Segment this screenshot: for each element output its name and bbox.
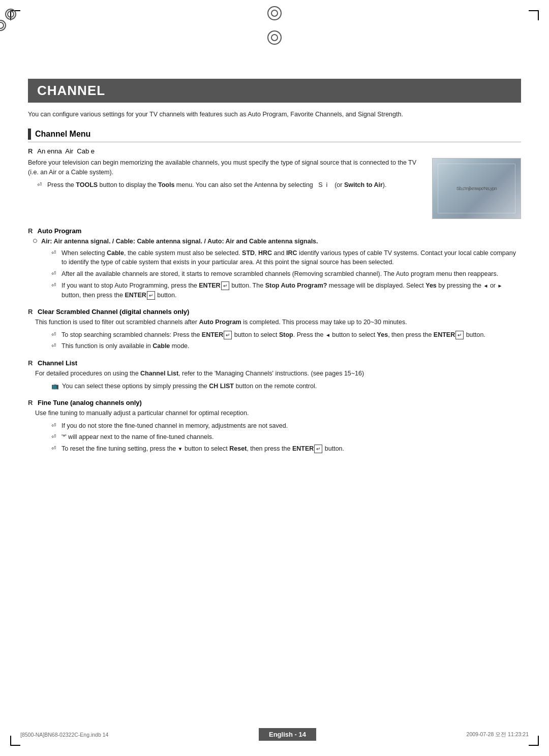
clear-scrambled-note-2: ⏎ This function is only available in Cab… bbox=[42, 341, 521, 351]
antenna-r-prefix: R bbox=[28, 147, 33, 155]
intro-text: You can configure various settings for y… bbox=[28, 110, 521, 119]
auto-program-note-3-text: If you want to stop Auto Programming, pr… bbox=[62, 281, 521, 300]
subsection-clear-scrambled: R Clear Scrambled Channel (digital chann… bbox=[28, 308, 521, 351]
page: Channel You can configure various settin… bbox=[0, 0, 549, 756]
note-icon-ft1: ⏎ bbox=[51, 422, 58, 429]
auto-program-note-2: ⏎ After all the available channels are s… bbox=[42, 269, 521, 279]
channel-list-title: Channel List bbox=[36, 359, 77, 367]
antenna-image-col: Sb,c'rnjlxmwpo'Ns,ypn bbox=[432, 158, 521, 219]
antenna-header: R An enna Air Cab e bbox=[28, 147, 521, 155]
footer-right: 2009-07-28 오전 11:23:21 bbox=[467, 731, 529, 738]
auto-program-bullet: Air: Air antenna signal. / Cable: Cable … bbox=[28, 237, 521, 246]
subsection-fine-tune: R Fine Tune (analog channels only) Use f… bbox=[28, 399, 521, 454]
fine-tune-note-2: ⏎ '*' will appear next to the name of fi… bbox=[42, 432, 521, 442]
bullet-circle-1 bbox=[33, 239, 37, 243]
note-icon-ft2: ⏎ bbox=[51, 433, 58, 440]
channel-list-note: 📺 You can select these options by simply… bbox=[28, 382, 521, 391]
subsection-antenna: R An enna Air Cab e Before your televisi… bbox=[28, 147, 521, 219]
channel-list-note-1: 📺 You can select these options by simply… bbox=[42, 382, 521, 391]
note-icon-ap1: ⏎ bbox=[51, 249, 58, 256]
channel-list-header: R Channel List bbox=[28, 359, 521, 367]
note-icon-ap3: ⏎ bbox=[51, 282, 58, 289]
antenna-label: An enna Air Cab e bbox=[36, 147, 95, 155]
antenna-body: Before your television can begin memoriz… bbox=[28, 158, 424, 178]
auto-program-note-1-text: When selecting Cable, the cable system m… bbox=[62, 248, 521, 268]
note-icon-1: ⏎ bbox=[37, 181, 44, 188]
auto-program-note-3: ⏎ If you want to stop Auto Programming, … bbox=[42, 281, 521, 300]
fine-tune-header: R Fine Tune (analog channels only) bbox=[28, 399, 521, 406]
tv-text-overlay: Sb,c'rnjlxmwpo'Ns,ypn bbox=[456, 186, 497, 191]
auto-program-note-1: ⏎ When selecting Cable, the cable system… bbox=[42, 248, 521, 268]
top-center-icon bbox=[267, 6, 282, 20]
fine-tune-r-prefix: R bbox=[28, 399, 33, 406]
clear-scrambled-body: This function is used to filter out scra… bbox=[28, 318, 521, 327]
note-icon-cs1: ⏎ bbox=[51, 331, 58, 338]
tv-image: Sb,c'rnjlxmwpo'Ns,ypn bbox=[432, 158, 521, 219]
note-icon-cs2: ⏎ bbox=[51, 342, 58, 349]
antenna-content: Before your television can begin memoriz… bbox=[28, 158, 521, 219]
footer: [8500-NA]BN68-02322C-Eng.indb 14 English… bbox=[0, 728, 549, 741]
bottom-center-icon bbox=[267, 30, 282, 45]
tv-image-inner: Sb,c'rnjlxmwpo'Ns,ypn bbox=[433, 159, 521, 218]
main-content: Channel You can configure various settin… bbox=[28, 79, 521, 454]
clear-scrambled-note-2-text: This function is only available in Cable… bbox=[62, 341, 190, 351]
fine-tune-note-3: ⏎ To reset the fine tuning setting, pres… bbox=[42, 444, 521, 454]
footer-center-label: English - 14 bbox=[259, 728, 316, 741]
corner-mark-tr bbox=[529, 10, 539, 20]
clear-scrambled-title: Clear Scrambled Channel (digital channel… bbox=[36, 308, 189, 316]
section-heading-text: Channel Menu bbox=[35, 130, 90, 139]
fine-tune-title: Fine Tune (analog channels only) bbox=[36, 399, 142, 406]
antenna-text-col: Before your television can begin memoriz… bbox=[28, 158, 424, 192]
clear-scrambled-header: R Clear Scrambled Channel (digital chann… bbox=[28, 308, 521, 316]
chapter-title: Channel bbox=[28, 79, 521, 103]
right-mid-icon bbox=[0, 20, 6, 31]
auto-program-notes: ⏎ When selecting Cable, the cable system… bbox=[28, 248, 521, 300]
auto-program-header: R Auto Program bbox=[28, 227, 521, 235]
channel-list-r-prefix: R bbox=[28, 359, 33, 367]
fine-tune-note-1-text: If you do not store the fine-tuned chann… bbox=[62, 421, 288, 431]
note-icon-cl1: 📺 bbox=[51, 383, 59, 390]
subsection-channel-list: R Channel List For detailed procedures o… bbox=[28, 359, 521, 391]
clear-scrambled-notes: ⏎ To stop searching scrambled channels: … bbox=[28, 330, 521, 352]
section-heading-channel-menu: Channel Menu bbox=[28, 129, 521, 142]
note-icon-ft3: ⏎ bbox=[51, 445, 58, 452]
auto-program-note-2-text: After all the available channels are sto… bbox=[62, 269, 498, 279]
footer-left: [8500-NA]BN68-02322C-Eng.indb 14 bbox=[20, 732, 108, 738]
clear-scrambled-note-1-text: To stop searching scrambled channels: Pr… bbox=[62, 330, 485, 340]
fine-tune-note-1: ⏎ If you do not store the fine-tuned cha… bbox=[42, 421, 521, 431]
note-icon-ap2: ⏎ bbox=[51, 270, 58, 277]
subsection-auto-program: R Auto Program Air: Air antenna signal. … bbox=[28, 227, 521, 300]
channel-list-body: For detailed procedures on using the Cha… bbox=[28, 369, 521, 379]
auto-program-r-prefix: R bbox=[28, 227, 33, 235]
channel-list-note-1-text: You can select these options by simply p… bbox=[62, 382, 317, 391]
fine-tune-body: Use fine tuning to manually adjust a par… bbox=[28, 408, 521, 418]
auto-program-title: Auto Program bbox=[36, 227, 81, 235]
auto-program-bullet-text: Air: Air antenna signal. / Cable: Cable … bbox=[41, 237, 318, 246]
fine-tune-note-2-text: '*' will appear next to the name of fine… bbox=[62, 432, 214, 442]
clear-scrambled-note-1: ⏎ To stop searching scrambled channels: … bbox=[42, 330, 521, 340]
left-mid-icon bbox=[5, 9, 16, 20]
section-heading-bar bbox=[28, 129, 31, 140]
antenna-note: ⏎ Press the TOOLS button to display the … bbox=[28, 180, 424, 190]
clear-scrambled-r-prefix: R bbox=[28, 308, 33, 316]
fine-tune-notes: ⏎ If you do not store the fine-tuned cha… bbox=[28, 421, 521, 454]
antenna-note-text: Press the TOOLS button to display the To… bbox=[47, 180, 387, 190]
fine-tune-note-3-text: To reset the fine tuning setting, press … bbox=[62, 444, 344, 454]
